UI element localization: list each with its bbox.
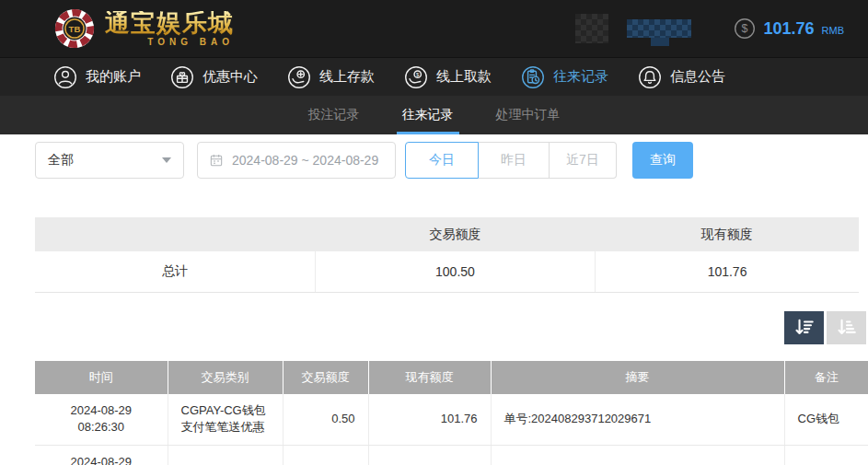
cell-remark: CG钱包 (784, 394, 868, 446)
tab-transaction-records[interactable]: 往来记录 (397, 96, 459, 134)
bell-icon (638, 65, 662, 89)
header-summary: 摘要 (491, 361, 784, 394)
sort-ascending-icon (836, 317, 858, 339)
quick-date-group: 今日 昨日 近7日 (405, 142, 617, 179)
balance-amount: 101.76 (763, 19, 814, 39)
cell-summary: 单号:202408293712029671 (491, 446, 784, 465)
brand-logo[interactable]: TB 通宝娱乐城 TONG BAO (53, 7, 234, 50)
svg-text:TB: TB (69, 24, 81, 34)
poker-chip-icon: TB (53, 7, 96, 50)
nav-item-transaction-records[interactable]: 往来记录 (521, 65, 608, 89)
search-button[interactable]: 查询 (632, 142, 693, 179)
calendar-icon (209, 153, 224, 168)
tab-pending-orders[interactable]: 处理中订单 (491, 96, 566, 134)
nav-item-promotions[interactable]: 优惠中心 (170, 65, 258, 89)
yesterday-button[interactable]: 昨日 (479, 142, 550, 179)
date-range-value: 2024-08-29 ~ 2024-08-29 (232, 153, 378, 168)
tab-betting-records[interactable]: 投注记录 (303, 96, 365, 134)
cell-balance: 101.26 (368, 446, 491, 465)
tab-label: 处理中订单 (496, 107, 561, 123)
balance-display[interactable]: $ 101.76 RMB (734, 17, 844, 40)
last7days-button[interactable]: 近7日 (550, 142, 617, 179)
summary-total-balance: 101.76 (596, 251, 859, 292)
summary-header-balance: 现有额度 (596, 217, 859, 251)
summary-total-label: 总计 (35, 251, 315, 292)
hand-coin-withdraw-icon: $ (404, 65, 428, 89)
summary-header-empty (35, 217, 315, 251)
active-tab-underline (397, 132, 459, 134)
today-button[interactable]: 今日 (405, 142, 479, 179)
record-subtabs: 投注记录 往来记录 处理中订单 (0, 96, 868, 134)
table-row: 2024-08-29 08:26:30 CGPAY-CG钱包支付笔笔送优惠 0.… (35, 394, 868, 446)
clipboard-clock-icon (521, 65, 545, 89)
nav-item-announcements[interactable]: 信息公告 (638, 65, 725, 89)
summary-total-row: 总计 100.50 101.76 (35, 251, 859, 292)
brand-title: 通宝娱乐城 (105, 11, 234, 36)
nav-item-my-account[interactable]: 我的账户 (53, 65, 141, 89)
header-type: 交易类别 (168, 361, 283, 394)
svg-text:$: $ (742, 22, 748, 35)
nav-label: 信息公告 (670, 68, 725, 86)
svg-text:$: $ (416, 71, 420, 76)
nav-item-deposit[interactable]: 线上存款 (287, 65, 375, 89)
censored-username (627, 19, 691, 38)
tab-label: 往来记录 (402, 107, 454, 123)
summary-table: 交易额度 现有额度 总计 100.50 101.76 (35, 217, 859, 293)
cell-time: 2024-08-29 08:26:30 (35, 446, 168, 465)
cell-type: CGPAY支付 (168, 446, 283, 465)
chevron-down-icon (162, 157, 171, 163)
nav-label: 往来记录 (553, 68, 608, 86)
summary-total-amount: 100.50 (315, 251, 595, 292)
nav-label: 线上取款 (436, 68, 492, 86)
cell-time: 2024-08-29 08:26:30 (35, 394, 168, 446)
sort-descending-button[interactable] (784, 311, 824, 344)
table-row: 2024-08-29 08:26:30 CGPAY支付 100.00 101.2… (35, 446, 868, 465)
records-table: 时间 交易类别 交易额度 现有额度 摘要 备注 2024-08-29 08:26… (35, 361, 868, 465)
censored-user-avatar (575, 14, 608, 43)
nav-item-withdraw[interactable]: $ 线上取款 (404, 65, 492, 89)
brand-subtitle: TONG BAO (147, 38, 234, 47)
balance-currency: RMB (822, 25, 844, 36)
gift-icon (170, 65, 194, 89)
cell-type: CGPAY-CG钱包支付笔笔送优惠 (168, 394, 283, 446)
date-range-input[interactable]: 2024-08-29 ~ 2024-08-29 (197, 142, 396, 179)
nav-label: 我的账户 (86, 68, 141, 86)
cell-remark: CG钱包 (784, 446, 868, 465)
header-balance: 现有额度 (368, 361, 491, 394)
header-time: 时间 (35, 361, 168, 394)
nav-label: 线上存款 (319, 68, 375, 86)
sort-controls (0, 311, 866, 344)
records-header-row: 时间 交易类别 交易额度 现有额度 摘要 备注 (35, 361, 868, 394)
cell-summary: 单号:202408293712029671 (491, 394, 784, 446)
type-dropdown-value: 全部 (48, 152, 74, 169)
tab-label: 投注记录 (308, 107, 360, 123)
cell-amount: 100.00 (283, 446, 368, 465)
user-icon (53, 65, 77, 89)
filter-bar: 全部 2024-08-29 ~ 2024-08-29 今日 昨日 近7日 查询 (35, 142, 868, 179)
cell-balance: 101.76 (368, 394, 491, 446)
sort-ascending-button[interactable] (827, 311, 866, 344)
cell-amount: 0.50 (283, 394, 368, 446)
nav-label: 优惠中心 (203, 68, 258, 86)
sort-descending-icon (793, 317, 816, 339)
hand-coin-deposit-icon (287, 65, 311, 89)
dollar-coin-icon: $ (734, 17, 756, 40)
header-remark: 备注 (784, 361, 868, 394)
main-navigation: 我的账户 优惠中心 线上存款 $ 线上取款 (0, 57, 868, 96)
top-header: TB 通宝娱乐城 TONG BAO $ 101.76 RMB (0, 0, 868, 57)
summary-header-amount: 交易额度 (315, 217, 595, 251)
type-dropdown[interactable]: 全部 (35, 142, 184, 179)
header-amount: 交易额度 (283, 361, 368, 394)
